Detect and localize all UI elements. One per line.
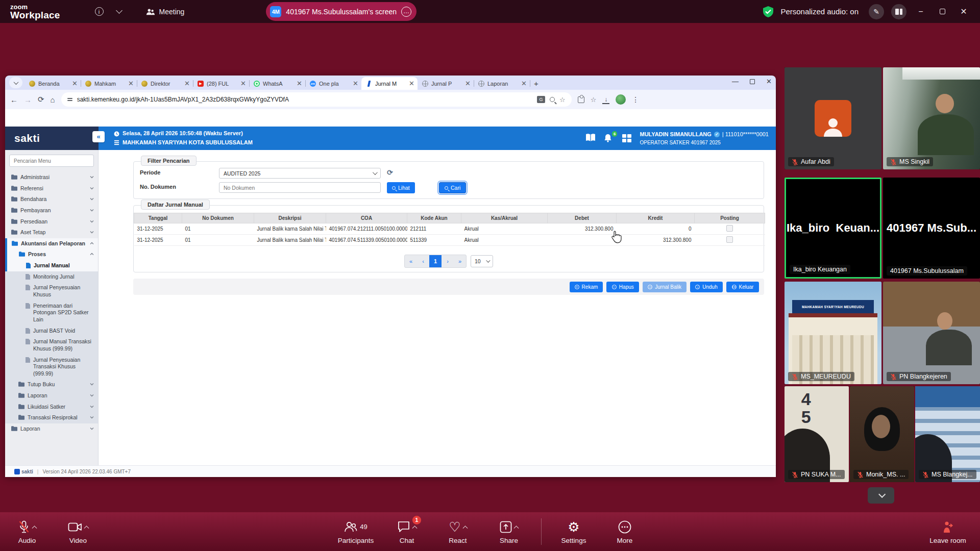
- tab-meeting[interactable]: Meeting: [146, 8, 185, 16]
- posting-checkbox[interactable]: [726, 225, 733, 232]
- hapus-button[interactable]: −Hapus: [606, 282, 639, 292]
- sidebar-item-bendahara[interactable]: Bendahara: [5, 194, 98, 205]
- apps-grid-icon[interactable]: [622, 134, 631, 142]
- tab-close-icon[interactable]: ✕: [72, 80, 78, 87]
- sidebar-item-referensi[interactable]: Referensi: [5, 183, 98, 194]
- show-more-participants-button[interactable]: [868, 487, 894, 504]
- sidebar-item-aset-tetap[interactable]: Aset Tetap: [5, 227, 98, 238]
- sidebar-item-jurnal-manual-transaksi-khusus-999-99[interactable]: Jurnal Manual Transaksi Khusus (999.99): [5, 336, 98, 354]
- browser-restore-button[interactable]: [750, 79, 755, 84]
- layout-view-button[interactable]: [891, 4, 906, 19]
- sidebar-item-persediaan[interactable]: Persediaan: [5, 216, 98, 228]
- participant-tile-ms-meureudu[interactable]: MAHKAMAH SYAR'IYAH MEUREUDUMS_MEUREUDU: [785, 282, 881, 384]
- url-text[interactable]: sakti.kemenkeu.go.id/jkAh-1Uas5BmJAVpX1_…: [77, 96, 532, 103]
- sidebar-collapse-button[interactable]: «: [92, 131, 105, 142]
- toolbar-audio-button[interactable]: Audio: [8, 519, 46, 544]
- first-page-button[interactable]: «: [405, 255, 417, 267]
- participant-tile-ika-biro-keuangan[interactable]: Ika_biro Keuan...Ika_biro Keuangan: [785, 178, 881, 279]
- toolbar-react-button[interactable]: ♡React: [439, 519, 477, 544]
- browser-tab-laporan[interactable]: Laporan✕: [474, 77, 530, 90]
- browser-close-button[interactable]: ✕: [766, 78, 772, 85]
- tab-close-icon[interactable]: ✕: [409, 80, 414, 87]
- toolbar-chat-button[interactable]: 1Chat: [388, 519, 426, 544]
- new-tab-button[interactable]: +: [534, 79, 538, 88]
- browser-tab-direktor[interactable]: Direktor✕: [137, 77, 193, 90]
- tab-search-button[interactable]: [9, 77, 22, 88]
- sidebar-item-pembayaran[interactable]: Pembayaran: [5, 205, 98, 216]
- sidebar-item-likuidasi-satker[interactable]: Likuidasi Satker: [5, 402, 98, 413]
- sidebar-item-laporan[interactable]: Laporan: [5, 390, 98, 402]
- tab-close-icon[interactable]: ✕: [465, 80, 471, 87]
- participant-tile-monik-ms[interactable]: Monik_MS. ...: [850, 386, 914, 482]
- page-size-select[interactable]: 10: [471, 255, 493, 267]
- lihat-button[interactable]: Lihat: [387, 182, 415, 193]
- back-button[interactable]: ←: [10, 95, 18, 104]
- sidebar-item-jurnal-manual[interactable]: Jurnal Manual: [7, 260, 98, 271]
- reload-button[interactable]: ⟳: [38, 95, 44, 104]
- table-row[interactable]: 31-12-202501Jurnal Balik karna Salah Nil…: [134, 223, 765, 235]
- rekam-button[interactable]: +Rekam: [570, 282, 603, 292]
- toolbar-leave-button[interactable]: Leave room: [929, 519, 967, 544]
- browser-tab-beranda[interactable]: Beranda✕: [24, 77, 81, 90]
- browser-minimize-button[interactable]: —: [732, 78, 739, 85]
- toolbar-video-button[interactable]: Video: [59, 519, 97, 544]
- participant-tile-pn-suka-m[interactable]: 45PN SUKA M...: [785, 386, 849, 482]
- home-button[interactable]: ⌂: [51, 95, 55, 104]
- share-options-icon[interactable]: …: [401, 7, 411, 17]
- participant-tile-ms-singkil[interactable]: MS Singkil: [883, 67, 980, 169]
- minimize-button[interactable]: −: [914, 7, 928, 16]
- sidebar-item-akuntansi-dan-pelaporan[interactable]: Akuntansi dan Pelaporan: [7, 238, 98, 249]
- posting-checkbox[interactable]: [726, 236, 733, 243]
- menu-search-input[interactable]: [9, 155, 94, 167]
- close-button[interactable]: ✕: [957, 7, 971, 16]
- tab-close-icon[interactable]: ✕: [297, 80, 302, 87]
- info-icon[interactable]: i: [95, 7, 104, 16]
- address-bar[interactable]: sakti.kemenkeu.go.id/jkAh-1Uas5BmJAVpX1_…: [61, 92, 572, 107]
- toolbar-settings-button[interactable]: ⚙Settings: [555, 519, 593, 544]
- restore-button[interactable]: [935, 9, 949, 14]
- browser-tab-one-pla[interactable]: zmOne pla✕: [305, 77, 361, 90]
- page-zoom-icon[interactable]: [550, 97, 555, 102]
- last-page-button[interactable]: »: [454, 255, 466, 267]
- participant-tile-401967-ms-subulussalam[interactable]: 401967 Ms.Sub...401967 Ms.Subulussalam: [883, 178, 980, 279]
- browser-profile-avatar[interactable]: [616, 94, 626, 105]
- browser-tab-28-ful[interactable]: ▶(28) FUL✕: [193, 77, 249, 90]
- sidebar-item-jurnal-penyesuaian-transaksi-khusus-999-99[interactable]: Jurnal Penyesuaian Transaksi Khusus (999…: [5, 355, 98, 380]
- jurnal-balik-button[interactable]: ○Jurnal Balik: [643, 282, 687, 292]
- participant-tile-ms-blangkej[interactable]: MS Blangkej...: [915, 386, 980, 482]
- prev-page-button[interactable]: ‹: [417, 255, 429, 267]
- cari-button[interactable]: Cari: [439, 182, 466, 193]
- sidebar-item-tutup-buku[interactable]: Tutup Buku: [5, 379, 98, 390]
- browser-tab-mahkam[interactable]: Mahkam✕: [81, 77, 137, 90]
- browser-menu-icon[interactable]: ⋮: [632, 95, 639, 104]
- site-settings-icon[interactable]: [67, 98, 72, 101]
- no-dokumen-input[interactable]: [219, 182, 381, 193]
- unduh-button[interactable]: ↓Unduh: [690, 282, 723, 292]
- tab-shared-screen[interactable]: 4M 401967 Ms.Subulussalam's screen …: [266, 2, 416, 21]
- sidebar-item-jurnal-bast-void[interactable]: Jurnal BAST Void: [5, 325, 98, 337]
- chevron-down-icon[interactable]: [116, 7, 122, 14]
- next-page-button[interactable]: ›: [442, 255, 454, 267]
- sidebar-item-transaksi-resiprokal[interactable]: Transaksi Resiprokal: [5, 412, 98, 423]
- extensions-icon[interactable]: [578, 96, 584, 103]
- toolbar-more-button[interactable]: More: [606, 519, 644, 544]
- annotate-pencil-button[interactable]: ✎: [869, 4, 884, 19]
- browser-tab-jurnal-p[interactable]: Jurnal P✕: [418, 77, 474, 90]
- keluar-button[interactable]: ↦Keluar: [726, 282, 759, 292]
- toolbar-participants-button[interactable]: 49Participants: [337, 519, 375, 544]
- table-row[interactable]: 31-12-202501Jurnal Balik karna Salah Nil…: [134, 235, 765, 246]
- refresh-icon[interactable]: ⟳: [387, 168, 393, 177]
- bookmark-star-icon[interactable]: ☆: [559, 96, 566, 104]
- tab-close-icon[interactable]: ✕: [353, 80, 358, 87]
- user-block[interactable]: MULYADIN SIMANULLANG ✓ | 111010******000…: [640, 130, 769, 146]
- toolbar-share-button[interactable]: Share: [490, 519, 528, 544]
- browser-tab-whatsa[interactable]: WhatsA✕: [249, 77, 305, 90]
- forward-button[interactable]: →: [24, 95, 32, 104]
- tab-close-icon[interactable]: ✕: [128, 80, 134, 87]
- current-page-button[interactable]: 1: [429, 255, 442, 267]
- browser-tab-jurnal-m[interactable]: Jurnal M✕: [361, 77, 418, 90]
- guide-book-icon[interactable]: [585, 134, 596, 143]
- translate-icon[interactable]: G: [537, 96, 545, 103]
- participant-tile-pn-blangkejeren[interactable]: PN Blangkejeren: [883, 282, 980, 384]
- tab-close-icon[interactable]: ✕: [184, 80, 190, 87]
